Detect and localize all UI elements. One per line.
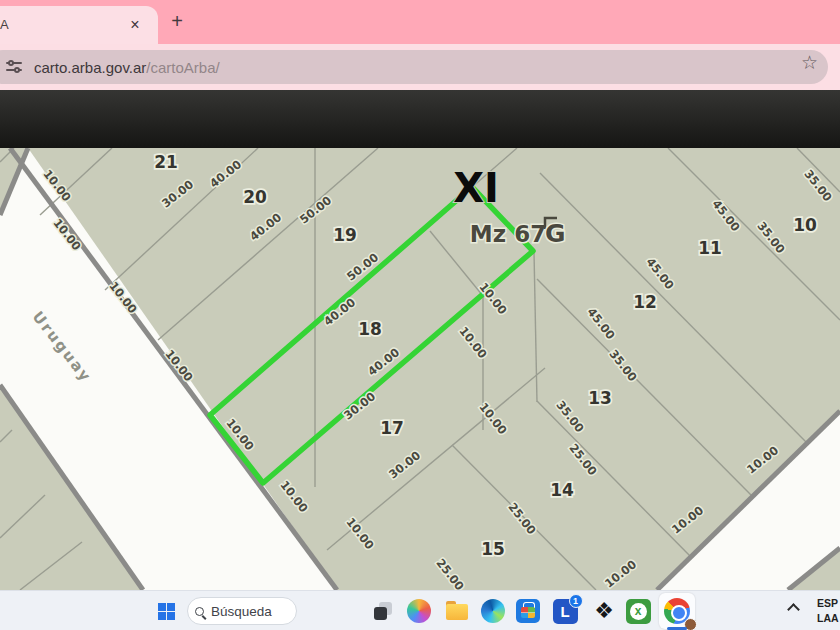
map-area[interactable]: XI Mz 67 G Uruguay 212019181715141312111… xyxy=(0,148,840,590)
windows-icon xyxy=(158,603,175,620)
parcel-number: 17 xyxy=(380,418,404,438)
parcel-number: 14 xyxy=(550,480,574,500)
block-label: Mz 67 xyxy=(470,221,546,247)
dropbox-button[interactable]: ❖ xyxy=(588,595,620,627)
browser-tab-bar: A × + xyxy=(0,0,840,44)
store-icon xyxy=(516,599,540,623)
parcel-number: 18 xyxy=(358,319,382,339)
url-text[interactable]: carto.arba.gov.ar/cartoArba/ xyxy=(34,59,220,76)
language-line1: ESP xyxy=(817,596,839,611)
url-host: carto.arba.gov.ar xyxy=(34,59,146,76)
task-view-button[interactable] xyxy=(367,595,399,627)
task-view-icon xyxy=(374,602,392,620)
copilot-icon xyxy=(407,599,431,623)
xbox-icon: x xyxy=(626,599,651,624)
xbox-button[interactable]: x xyxy=(622,595,654,627)
linkedin-letter: L xyxy=(560,603,569,620)
windows-start-button[interactable] xyxy=(150,595,182,627)
parcel-number: 19 xyxy=(333,225,357,245)
copilot-button[interactable] xyxy=(403,595,435,627)
taskbar: Búsqueda L 1 ❖ x xyxy=(0,590,840,630)
cadastral-map-svg[interactable]: XI Mz 67 G Uruguay 212019181715141312111… xyxy=(0,148,840,590)
bookmark-star-icon[interactable]: ☆ xyxy=(801,51,818,74)
block-label-suffix: G xyxy=(545,219,566,248)
url-path: /cartoArba/ xyxy=(146,59,219,76)
file-explorer-icon xyxy=(446,604,468,621)
edge-button[interactable] xyxy=(477,595,509,627)
file-explorer-button[interactable] xyxy=(441,595,473,627)
taskbar-search-label: Búsqueda xyxy=(211,604,272,619)
chevron-up-icon[interactable] xyxy=(787,603,800,616)
parcel-number: 20 xyxy=(243,187,267,207)
xbox-letter: x xyxy=(630,603,647,620)
browser-tab[interactable]: A × xyxy=(0,6,158,44)
linkedin-button[interactable]: L 1 xyxy=(549,595,581,627)
parcel-number: 10 xyxy=(793,215,817,235)
taskbar-search[interactable]: Búsqueda xyxy=(187,597,297,625)
parcel-number: 15 xyxy=(481,539,505,559)
parcel-number: 13 xyxy=(588,388,612,408)
parcel-number: 11 xyxy=(698,238,722,258)
zone-label: XI xyxy=(453,165,499,211)
omnibox[interactable]: carto.arba.gov.ar/cartoArba/ xyxy=(0,50,828,84)
edge-icon xyxy=(481,599,505,623)
dropbox-icon: ❖ xyxy=(594,600,614,622)
parcel-number: 21 xyxy=(154,152,178,172)
app-header: CARTO Partido-Partida: 118 - 23100 xyxy=(0,90,840,148)
language-indicator[interactable]: ESP LAA xyxy=(817,596,839,625)
notification-badge: 1 xyxy=(569,594,583,608)
tab-title: A xyxy=(0,17,9,32)
store-button[interactable] xyxy=(512,595,544,627)
chrome-button[interactable] xyxy=(659,593,695,629)
tab-close-icon[interactable]: × xyxy=(124,14,146,36)
screen: A × + carto.arba.gov.ar/cartoArba/ ☆ CAR… xyxy=(0,0,840,630)
language-line2: LAA xyxy=(817,611,839,626)
search-icon xyxy=(195,607,204,616)
parcel-number: 12 xyxy=(633,292,657,312)
address-bar-row: carto.arba.gov.ar/cartoArba/ ☆ xyxy=(0,44,840,90)
tune-icon[interactable] xyxy=(6,59,22,75)
linkedin-icon: L 1 xyxy=(553,599,578,624)
new-tab-button[interactable]: + xyxy=(164,9,190,35)
